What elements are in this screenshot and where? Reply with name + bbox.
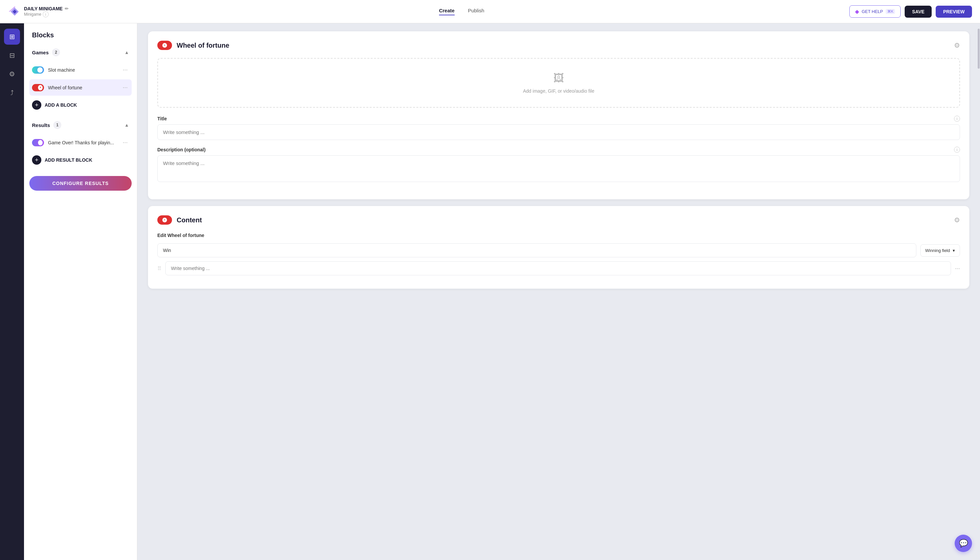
scrollbar-track [977, 23, 980, 560]
wheel-card-title: Wheel of fortune [177, 42, 229, 49]
content-card: ✦ Content ⚙ Edit Wheel of fortune Winnin… [148, 206, 969, 289]
add-block-circle-icon: + [32, 100, 41, 110]
add-block-label: ADD A BLOCK [45, 102, 77, 108]
blocks-panel-title: Blocks [29, 31, 132, 39]
help-label: GET HELP [862, 9, 883, 14]
wheel-of-fortune-more-icon[interactable]: ··· [121, 83, 129, 92]
wheel-card-header: ✦ Wheel of fortune ⚙ [157, 41, 960, 50]
help-diamond-icon: ◆ [855, 8, 859, 15]
title-field-group: Title i [157, 116, 960, 140]
description-field-textarea[interactable] [157, 155, 960, 182]
title-field-input[interactable] [157, 124, 960, 140]
nav-publish[interactable]: Publish [468, 8, 484, 15]
wheel-card-badge: ✦ [157, 41, 172, 50]
topbar: DAILY MINIGAME ✏ Minigame i Create Publi… [0, 0, 980, 23]
games-section-header: Games 2 ▲ [29, 46, 132, 59]
content-badge-icon: ✦ [162, 218, 167, 222]
description-field-label-row: Description (optional) i [157, 147, 960, 153]
result-toggle[interactable] [32, 139, 44, 146]
wheel-row-more-icon[interactable]: ··· [955, 265, 960, 272]
games-section-label: Games [32, 50, 49, 55]
wheel-row-win-input[interactable] [157, 243, 916, 257]
app-logo [8, 5, 21, 18]
image-upload-text: Add image, GIF, or video/audio file [523, 88, 594, 94]
title-field-label-row: Title i [157, 116, 960, 122]
game-over-more-icon[interactable]: ··· [121, 138, 129, 147]
add-result-label: ADD RESULT BLOCK [45, 157, 92, 163]
sidebar-settings-icon[interactable]: ⚙ [4, 66, 20, 82]
games-section-count: 2 [52, 48, 60, 56]
winning-field-label: Winning field [925, 248, 950, 253]
block-item-game-over[interactable]: Game Over! Thanks for playin... ··· [29, 134, 132, 151]
games-section-header-left: Games 2 [32, 48, 60, 56]
wheel-toggle[interactable]: ✦ [32, 84, 44, 91]
app-title: DAILY MINIGAME ✏ [24, 6, 69, 11]
wheel-card-gear-icon[interactable]: ⚙ [954, 41, 960, 49]
app-subtitle: Minigame i [24, 11, 69, 17]
results-section-header: Results 1 ▲ [29, 118, 132, 132]
block-item-slot-machine[interactable]: Slot machine ··· [29, 62, 132, 78]
subtitle-text: Minigame [24, 12, 41, 17]
edit-wheel-label: Edit Wheel of fortune [157, 233, 960, 238]
results-section-count: 1 [53, 121, 61, 129]
winning-field-dropdown[interactable]: Winning field ▾ [920, 244, 960, 257]
chat-support-button[interactable]: 💬 [955, 535, 972, 552]
save-button[interactable]: SAVE [905, 6, 932, 18]
sidebar-blocks-icon[interactable]: ⊞ [4, 29, 20, 45]
game-over-label: Game Over! Thanks for playin... [48, 140, 117, 145]
logo-area: DAILY MINIGAME ✏ Minigame i [8, 5, 74, 18]
description-field-label: Description (optional) [157, 147, 206, 152]
app-title-text: DAILY MINIGAME [24, 6, 63, 11]
wheel-row-second: ⠿ ··· [157, 261, 960, 275]
wheel-badge-icon: ✦ [162, 43, 167, 48]
image-placeholder-icon: 🖼 [553, 72, 564, 84]
get-help-button[interactable]: ◆ GET HELP ⌘K [849, 5, 901, 18]
content-card-title: Content [177, 216, 202, 224]
sidebar-share-icon[interactable]: ⤴ [4, 85, 20, 101]
slot-toggle[interactable] [32, 66, 44, 74]
nav-create[interactable]: Create [439, 8, 455, 15]
games-section-chevron-icon[interactable]: ▲ [124, 50, 129, 55]
content-card-header-left: ✦ Content [157, 215, 202, 225]
winning-field-chevron-icon: ▾ [953, 248, 955, 253]
slot-machine-more-icon[interactable]: ··· [121, 65, 129, 75]
preview-button[interactable]: PREVIEW [936, 6, 972, 18]
content-card-badge: ✦ [157, 215, 172, 225]
block-item-wheel-of-fortune[interactable]: ✦ Wheel of fortune ··· [29, 79, 132, 96]
wheel-toggle-knob: ✦ [38, 85, 43, 90]
edit-title-icon[interactable]: ✏ [65, 6, 69, 11]
wheel-of-fortune-card: ✦ Wheel of fortune ⚙ 🖼 Add image, GIF, o… [148, 31, 969, 199]
add-result-block-button[interactable]: + ADD RESULT BLOCK [29, 152, 132, 168]
results-section-label: Results [32, 122, 50, 128]
drag-handle-icon[interactable]: ⠿ [157, 265, 161, 272]
top-nav: Create Publish [79, 8, 844, 15]
result-toggle-knob [38, 140, 43, 145]
add-block-button[interactable]: + ADD A BLOCK [29, 97, 132, 113]
configure-results-button[interactable]: CONFIGURE RESULTS [29, 176, 132, 191]
sidebar-layers-icon[interactable]: ⊟ [4, 47, 20, 63]
wheel-row-second-input[interactable] [165, 261, 951, 275]
title-area: DAILY MINIGAME ✏ Minigame i [24, 6, 69, 17]
wheel-of-fortune-label: Wheel of fortune [48, 85, 117, 90]
wheel-row-win: Winning field ▾ [157, 243, 960, 257]
slot-machine-label: Slot machine [48, 67, 117, 73]
topbar-actions: ◆ GET HELP ⌘K SAVE PREVIEW [849, 5, 972, 18]
image-upload-area[interactable]: 🖼 Add image, GIF, or video/audio file [157, 58, 960, 108]
scrollbar-thumb [978, 29, 980, 69]
main-layout: ⊞ ⊟ ⚙ ⤴ Blocks Games 2 ▲ Slot machine ··… [0, 0, 980, 560]
description-field-info-icon[interactable]: i [954, 147, 960, 153]
slot-toggle-knob [37, 67, 43, 73]
content-card-gear-icon[interactable]: ⚙ [954, 216, 960, 224]
description-field-group: Description (optional) i [157, 147, 960, 183]
wheel-card-header-left: ✦ Wheel of fortune [157, 41, 229, 50]
results-section-chevron-icon[interactable]: ▲ [124, 122, 129, 128]
sidebar-icons: ⊞ ⊟ ⚙ ⤴ [0, 23, 24, 560]
add-result-circle-icon: + [32, 155, 41, 165]
blocks-panel: Blocks Games 2 ▲ Slot machine ··· ✦ Whee… [24, 23, 137, 560]
subtitle-info-icon[interactable]: i [43, 11, 49, 17]
title-field-label: Title [157, 116, 167, 121]
main-content: ✦ Wheel of fortune ⚙ 🖼 Add image, GIF, o… [137, 23, 980, 560]
content-card-header: ✦ Content ⚙ [157, 215, 960, 225]
title-field-info-icon[interactable]: i [954, 116, 960, 122]
help-shortcut: ⌘K [886, 9, 895, 14]
